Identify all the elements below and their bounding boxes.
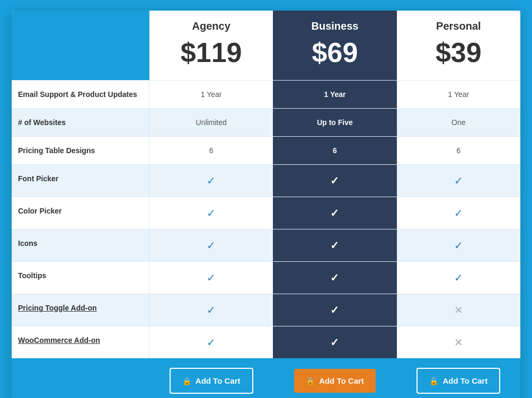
business-header: Business $69 [273, 11, 396, 80]
check-cell: ✓ [397, 165, 520, 197]
feature-label: Pricing Table Designs [12, 137, 149, 164]
personal-add-to-cart-button[interactable]: 🔒 Add To Cart [416, 368, 500, 394]
feature-label: Email Support & Product Updates [12, 81, 149, 108]
check-icon: ✓ [330, 304, 339, 316]
check-cell: ✓ [149, 165, 273, 197]
personal-btn-col: 🔒 Add To Cart [397, 368, 520, 394]
check-cell: ✓ [273, 262, 396, 294]
value-cell: Unlimited [149, 109, 273, 136]
business-add-to-cart-button[interactable]: 🔒 Add To Cart [294, 369, 376, 393]
check-cell: ✓ [397, 262, 520, 294]
check-icon: ✓ [207, 304, 216, 316]
feature-row: WooCommerce Add-on ✓ ✓ ✕ [12, 326, 520, 358]
check-cell: ✓ [273, 229, 396, 261]
footer-row: 🔒 Add To Cart 🔒 Add To Cart 🔒 Add To Car… [12, 358, 520, 398]
check-icon: ✓ [207, 207, 216, 219]
feature-row: Font Picker ✓ ✓ ✓ [12, 164, 520, 197]
feature-row: Tooltips ✓ ✓ ✓ [12, 261, 520, 294]
value-cell: Up to Five [273, 109, 396, 136]
agency-btn-col: 🔒 Add To Cart [149, 368, 273, 394]
agency-plan-name: Agency [155, 20, 268, 32]
feature-label: Color Picker [12, 197, 149, 229]
feature-label: # of Websites [12, 109, 149, 136]
check-cell: ✓ [397, 197, 520, 229]
personal-btn-label: Add To Cart [442, 376, 487, 385]
value-cell: 1 Year [397, 81, 520, 108]
business-btn-label: Add To Cart [319, 376, 364, 385]
check-icon: ✓ [207, 271, 216, 284]
agency-add-to-cart-button[interactable]: 🔒 Add To Cart [170, 368, 253, 394]
check-cell: ✓ [273, 326, 396, 358]
check-icon: ✓ [454, 174, 463, 187]
check-cell: ✓ [149, 262, 273, 294]
check-icon: ✓ [330, 239, 339, 252]
check-icon: ✓ [454, 239, 463, 252]
feature-row: Icons ✓ ✓ ✓ [12, 229, 520, 261]
plan-headers: Agency $119 Business $69 Personal $39 [12, 11, 520, 80]
value-cell: 6 [149, 137, 273, 164]
business-plan-name: Business [278, 20, 391, 32]
check-icon: ✓ [330, 207, 339, 219]
personal-plan-name: Personal [402, 20, 515, 32]
check-cell: ✓ [149, 294, 273, 326]
pricing-table: Agency $119 Business $69 Personal $39 Em… [12, 11, 520, 398]
feature-label: Tooltips [12, 262, 149, 294]
check-icon: ✓ [330, 336, 339, 349]
feature-label: Icons [12, 229, 149, 261]
value-cell: 6 [397, 137, 520, 164]
feature-col-header [12, 11, 149, 80]
check-icon: ✓ [330, 271, 339, 284]
check-icon: ✓ [207, 239, 216, 252]
check-icon: ✓ [207, 336, 216, 349]
agency-plan-price: $119 [155, 37, 268, 68]
agency-btn-label: Add To Cart [196, 376, 241, 385]
cross-icon: ✕ [454, 304, 463, 316]
feature-label: Pricing Toggle Add-on [12, 294, 149, 326]
value-cell: 1 Year [273, 81, 396, 108]
personal-header: Personal $39 [397, 11, 520, 80]
check-cell: ✓ [273, 165, 396, 197]
feature-row: # of Websites Unlimited Up to Five One [12, 108, 520, 136]
feature-rows: Email Support & Product Updates 1 Year 1… [12, 80, 520, 358]
feature-row: Email Support & Product Updates 1 Year 1… [12, 80, 520, 108]
value-cell: 1 Year [149, 81, 273, 108]
check-cell: ✓ [273, 294, 396, 326]
check-icon: ✓ [454, 271, 463, 284]
check-cell: ✓ [273, 197, 396, 229]
check-icon: ✓ [454, 207, 463, 219]
value-cell: 6 [273, 137, 396, 164]
feature-row: Pricing Table Designs 6 6 6 [12, 136, 520, 164]
agency-header: Agency $119 [149, 11, 273, 80]
lock-icon: 🔒 [182, 377, 191, 385]
business-plan-price: $69 [278, 37, 391, 68]
check-cell: ✓ [149, 326, 273, 358]
business-btn-col: 🔒 Add To Cart [273, 369, 396, 393]
check-icon: ✓ [207, 174, 216, 187]
check-icon: ✓ [330, 174, 339, 187]
lock-icon: 🔒 [306, 377, 315, 385]
personal-plan-price: $39 [402, 37, 515, 68]
cross-cell: ✕ [397, 294, 520, 326]
cross-cell: ✕ [397, 326, 520, 358]
lock-icon: 🔒 [429, 377, 438, 385]
feature-row: Color Picker ✓ ✓ ✓ [12, 197, 520, 229]
check-cell: ✓ [149, 197, 273, 229]
feature-row: Pricing Toggle Add-on ✓ ✓ ✕ [12, 294, 520, 326]
feature-label: Font Picker [12, 165, 149, 197]
check-cell: ✓ [149, 229, 273, 261]
feature-label: WooCommerce Add-on [12, 326, 149, 358]
cross-icon: ✕ [454, 336, 463, 349]
check-cell: ✓ [397, 229, 520, 261]
value-cell: One [397, 109, 520, 136]
